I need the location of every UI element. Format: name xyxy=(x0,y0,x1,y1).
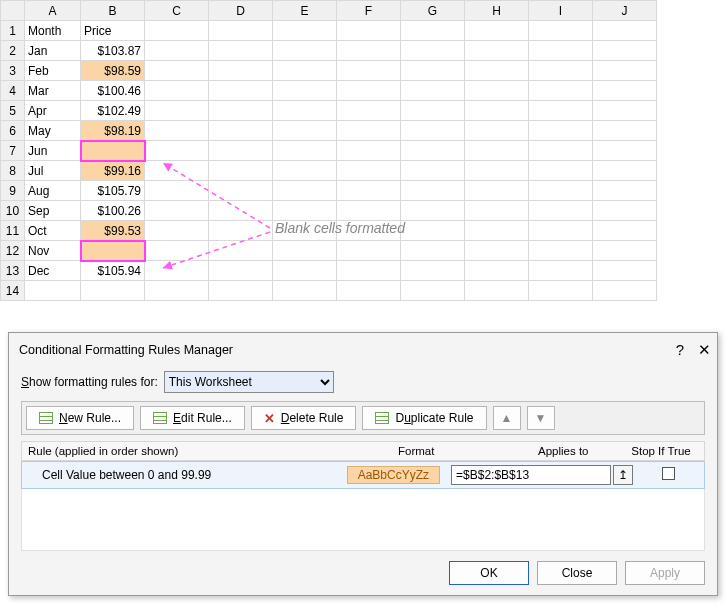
row-header[interactable]: 7 xyxy=(1,141,25,161)
cell[interactable]: Feb xyxy=(25,61,81,81)
cell[interactable] xyxy=(465,101,529,121)
cell[interactable] xyxy=(273,21,337,41)
cell[interactable] xyxy=(337,201,401,221)
row-header[interactable]: 12 xyxy=(1,241,25,261)
cell[interactable] xyxy=(273,241,337,261)
cell[interactable] xyxy=(145,281,209,301)
cell[interactable]: Sep xyxy=(25,201,81,221)
cell[interactable] xyxy=(593,121,657,141)
cell[interactable] xyxy=(337,61,401,81)
cell[interactable] xyxy=(145,221,209,241)
cell[interactable] xyxy=(337,261,401,281)
cell[interactable] xyxy=(273,121,337,141)
stop-if-true-checkbox[interactable] xyxy=(662,467,675,480)
cell[interactable] xyxy=(401,201,465,221)
cell[interactable] xyxy=(273,181,337,201)
cell[interactable] xyxy=(337,41,401,61)
cell[interactable] xyxy=(401,61,465,81)
cell[interactable] xyxy=(273,61,337,81)
cell[interactable] xyxy=(209,81,273,101)
edit-rule-button[interactable]: Edit Rule... xyxy=(140,406,245,430)
cell[interactable] xyxy=(529,21,593,41)
new-rule-button[interactable]: New Rule... xyxy=(26,406,134,430)
cell[interactable] xyxy=(81,141,145,161)
column-header[interactable]: F xyxy=(337,1,401,21)
row-header[interactable]: 14 xyxy=(1,281,25,301)
cell[interactable] xyxy=(593,21,657,41)
cell[interactable] xyxy=(145,161,209,181)
applies-to-input[interactable] xyxy=(451,465,611,485)
cell[interactable]: $100.46 xyxy=(81,81,145,101)
cell[interactable] xyxy=(529,241,593,261)
cell[interactable] xyxy=(209,41,273,61)
cell[interactable] xyxy=(401,41,465,61)
cell[interactable] xyxy=(145,81,209,101)
cell[interactable] xyxy=(401,241,465,261)
cell[interactable] xyxy=(209,161,273,181)
cell[interactable] xyxy=(401,221,465,241)
row-header[interactable]: 11 xyxy=(1,221,25,241)
cell[interactable] xyxy=(25,281,81,301)
cell[interactable] xyxy=(337,21,401,41)
cell[interactable] xyxy=(593,241,657,261)
column-header[interactable]: G xyxy=(401,1,465,21)
cell[interactable]: $105.94 xyxy=(81,261,145,281)
cell[interactable]: $100.26 xyxy=(81,201,145,221)
cell[interactable] xyxy=(273,81,337,101)
cell[interactable] xyxy=(273,101,337,121)
row-header[interactable]: 3 xyxy=(1,61,25,81)
cell[interactable] xyxy=(209,61,273,81)
cell[interactable] xyxy=(145,101,209,121)
cell[interactable] xyxy=(593,221,657,241)
cell[interactable] xyxy=(465,41,529,61)
cell[interactable]: $102.49 xyxy=(81,101,145,121)
cell[interactable] xyxy=(209,141,273,161)
cell[interactable] xyxy=(593,261,657,281)
column-header[interactable]: I xyxy=(529,1,593,21)
cell[interactable] xyxy=(337,101,401,121)
ok-button[interactable]: OK xyxy=(449,561,529,585)
cell[interactable] xyxy=(337,121,401,141)
cell[interactable] xyxy=(209,121,273,141)
cell[interactable] xyxy=(529,101,593,121)
row-header[interactable]: 5 xyxy=(1,101,25,121)
row-header[interactable]: 10 xyxy=(1,201,25,221)
column-header[interactable]: D xyxy=(209,1,273,21)
column-header[interactable]: H xyxy=(465,1,529,21)
column-header[interactable]: A xyxy=(25,1,81,21)
cell[interactable] xyxy=(465,281,529,301)
cell[interactable] xyxy=(273,161,337,181)
cell[interactable] xyxy=(145,261,209,281)
cell[interactable] xyxy=(465,261,529,281)
row-header[interactable]: 6 xyxy=(1,121,25,141)
cell[interactable]: Apr xyxy=(25,101,81,121)
cell[interactable] xyxy=(145,141,209,161)
rule-row[interactable]: Cell Value between 0 and 99.99 AaBbCcYyZ… xyxy=(21,461,705,489)
cell[interactable] xyxy=(209,281,273,301)
cell[interactable] xyxy=(529,281,593,301)
cell[interactable] xyxy=(209,241,273,261)
cell[interactable] xyxy=(529,41,593,61)
cell[interactable]: $99.53 xyxy=(81,221,145,241)
cell[interactable]: Dec xyxy=(25,261,81,281)
cell[interactable] xyxy=(209,21,273,41)
cell[interactable]: $105.79 xyxy=(81,181,145,201)
cell[interactable]: Month xyxy=(25,21,81,41)
cell[interactable]: May xyxy=(25,121,81,141)
collapse-dialog-icon[interactable]: ↥ xyxy=(613,465,633,485)
cell[interactable]: $98.19 xyxy=(81,121,145,141)
cell[interactable]: Jan xyxy=(25,41,81,61)
move-down-button[interactable]: ▼ xyxy=(527,406,555,430)
cell[interactable] xyxy=(401,121,465,141)
cell[interactable] xyxy=(529,201,593,221)
row-header[interactable]: 9 xyxy=(1,181,25,201)
cell[interactable] xyxy=(465,201,529,221)
cell[interactable] xyxy=(529,141,593,161)
cell[interactable] xyxy=(273,261,337,281)
cell[interactable] xyxy=(465,81,529,101)
cell[interactable] xyxy=(337,81,401,101)
cell[interactable] xyxy=(593,181,657,201)
cell[interactable] xyxy=(337,181,401,201)
cell[interactable] xyxy=(529,61,593,81)
cell[interactable] xyxy=(529,261,593,281)
